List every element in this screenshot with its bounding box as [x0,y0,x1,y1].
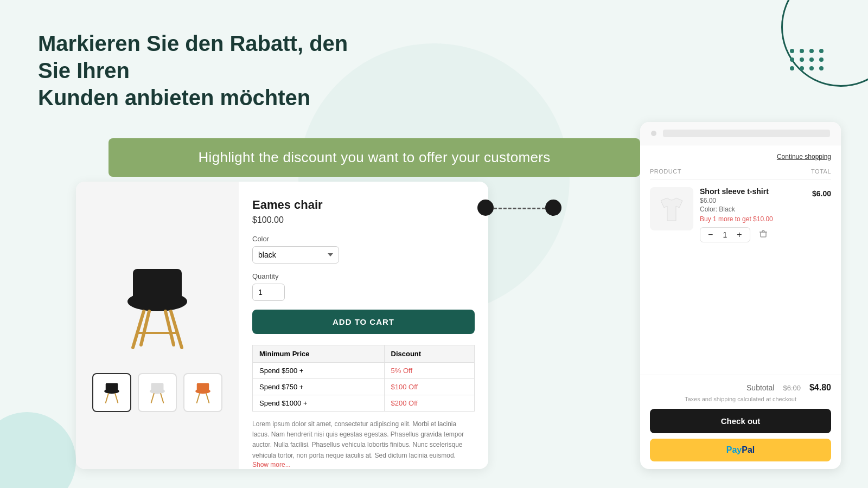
color-select[interactable]: black white orange [252,246,339,264]
product-description: Lorem ipsum dolor sit amet, consectetur … [252,419,475,461]
color-label: Color [252,235,475,243]
col-product: PRODUCT [650,168,681,175]
svg-line-10 [115,394,118,403]
thumbnail-white[interactable] [138,373,177,412]
connection-dot-left [477,200,494,216]
subtotal-original: $6.00 [783,384,801,392]
read-more-link[interactable]: Show more... [252,461,475,468]
qty-increase-button[interactable]: + [735,230,744,240]
continue-shopping-link[interactable]: Continue shopping [650,153,831,160]
dots-grid [790,49,825,70]
cart-item-total: $6.00 [812,187,831,198]
browser-dots [651,131,656,136]
connection-dashed-line [494,208,545,209]
cart-item-upsell: Buy 1 more to get $10.00 [700,215,773,223]
bg-circle-bottom-left [0,412,76,488]
cart-item-delete-button[interactable] [757,227,770,242]
product-main-image [108,247,206,367]
quantity-label: Quantity [252,272,475,280]
cart-qty-stepper: − 1 + [700,227,750,242]
product-price: $100.00 [252,215,475,225]
cart-item-info: Short sleeve t-shirt $6.00 Color: Black … [700,187,773,242]
svg-line-13 [151,394,154,403]
cart-qty-value: 1 [719,230,730,239]
discount-table-header-min: Minimum Price [253,345,385,363]
cart-item: Short sleeve t-shirt $6.00 Color: Black … [650,187,773,242]
cart-item-price: $6.00 [700,197,773,204]
bg-circle-top-right [781,0,868,87]
discount-row-1: Spend $500 + 5% Off [253,363,475,379]
cart-item-color: Color: Black [700,206,773,213]
svg-rect-12 [151,383,164,391]
cart-browser-bar [640,122,841,145]
svg-line-9 [106,394,108,403]
highlight-banner: Highlight the discount you want to offer… [108,138,640,177]
product-name: Eames chair [252,198,475,212]
svg-line-18 [206,394,209,403]
svg-rect-16 [197,383,209,391]
thumbnail-orange[interactable] [183,373,222,412]
quantity-input[interactable] [252,284,285,301]
subtotal-row: Subtotal $6.00 $4.80 [650,383,831,393]
paypal-button[interactable]: PayPal [650,439,831,461]
cart-item-image [650,187,693,230]
svg-line-14 [161,394,163,403]
browser-address-bar [663,130,830,137]
product-image-section [76,182,239,469]
product-details: Eames chair $100.00 Color black white or… [239,182,488,469]
subtotal-label: Subtotal [746,383,774,392]
discount-row-3: Spend $1000 + $200 Off [253,395,475,412]
svg-rect-19 [761,232,766,237]
discount-table: Minimum Price Discount Spend $500 + 5% O… [252,345,475,412]
taxes-note: Taxes and shipping calculated at checkou… [650,396,831,402]
paypal-logo: PayPal [726,445,755,455]
cart-col-headers: PRODUCT TOTAL [650,168,831,179]
add-to-cart-button[interactable]: ADD TO CART [252,310,475,334]
browser-dot-1 [651,131,656,136]
cart-card: Continue shopping PRODUCT TOTAL Short sl… [640,122,841,469]
banner-text: Highlight the discount you want to offer… [198,149,550,165]
checkout-button[interactable]: Check out [650,409,831,433]
page-title: Markieren Sie den Rabatt, den Sie Ihren … [38,30,363,111]
col-total: TOTAL [811,168,831,175]
thumbnail-black[interactable] [92,373,131,412]
svg-rect-8 [106,383,118,391]
subtotal-discounted: $4.80 [809,383,831,393]
product-card: Eames chair $100.00 Color black white or… [76,182,488,469]
qty-decrease-button[interactable]: − [706,230,715,240]
cart-item-row: Short sleeve t-shirt $6.00 Color: Black … [650,187,831,251]
thumbnail-row [81,367,233,419]
svg-rect-1 [133,269,182,301]
svg-line-17 [197,394,200,403]
discount-row-2: Spend $750 + $100 Off [253,379,475,395]
cart-item-name: Short sleeve t-shirt [700,187,773,196]
cart-footer: Subtotal $6.00 $4.80 Taxes and shipping … [640,375,841,469]
discount-table-header-disc: Discount [384,345,474,363]
connection-dot-right [545,200,561,216]
cart-body: Continue shopping PRODUCT TOTAL Short sl… [640,145,841,375]
